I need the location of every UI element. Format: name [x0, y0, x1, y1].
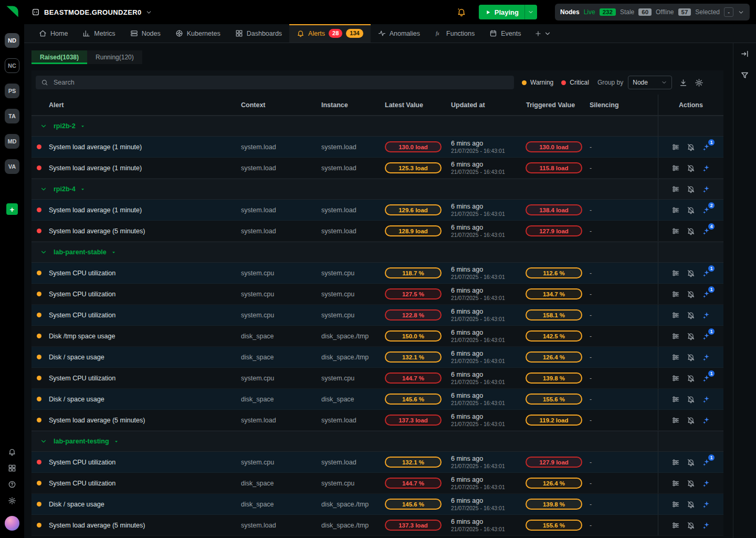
space-button-ps[interactable]: PS [5, 84, 19, 98]
silence-alert-icon[interactable] [687, 143, 695, 151]
ai-insights-icon[interactable]: 1 [702, 143, 710, 151]
space-button-md[interactable]: MD [5, 134, 19, 149]
add-space-button[interactable]: + [6, 203, 18, 215]
chevron-down-icon[interactable] [738, 9, 744, 16]
collapse-group-icon[interactable] [40, 438, 47, 445]
alert-configuration-icon[interactable] [671, 290, 680, 298]
alert-configuration-icon[interactable] [671, 521, 680, 530]
space-button-va[interactable]: VA [5, 159, 19, 174]
table-settings-gear-icon[interactable] [695, 78, 704, 87]
alert-configuration-icon[interactable] [671, 395, 680, 404]
tab-anomalies[interactable]: Anomalies [371, 24, 427, 43]
silence-alert-icon[interactable] [687, 521, 695, 530]
silence-alert-icon[interactable] [687, 227, 695, 235]
alert-row[interactable]: System load average (1 minute)system.loa… [32, 158, 723, 179]
alert-configuration-icon[interactable] [671, 185, 680, 193]
alert-row[interactable]: Disk /tmp space usagedisk_spacedisk_spac… [32, 326, 723, 347]
silence-alert-icon[interactable] [687, 458, 695, 467]
group-header-lab-parent-stable[interactable]: lab-parent-stable [32, 249, 658, 256]
alert-row[interactable]: System load average (5 minutes)system.lo… [32, 410, 723, 431]
filter-funnel-icon[interactable] [740, 71, 749, 80]
collapse-group-icon[interactable] [40, 249, 47, 256]
alert-configuration-icon[interactable] [671, 269, 680, 277]
collapse-panel-icon[interactable] [740, 49, 749, 58]
silence-alert-icon[interactable] [687, 290, 695, 298]
ai-insights-icon[interactable] [702, 521, 710, 530]
silence-alert-icon[interactable] [687, 206, 695, 214]
silence-alert-icon[interactable] [687, 164, 695, 172]
alert-row[interactable]: System load average (5 minutes)system.lo… [32, 515, 723, 536]
selected-nodes-dropdown[interactable]: - [724, 7, 733, 17]
ai-insights-icon[interactable] [702, 353, 710, 361]
alert-row[interactable]: System CPU utilizationsystem.cpusystem.c… [32, 284, 723, 305]
node-menu-caret-icon[interactable] [80, 123, 86, 129]
tab-home[interactable]: Home [32, 24, 75, 43]
alert-configuration-icon[interactable] [671, 164, 680, 172]
alert-row[interactable]: System load average (5 minutes)system.lo… [32, 221, 723, 242]
search-input[interactable] [52, 78, 509, 87]
alert-configuration-icon[interactable] [671, 353, 680, 361]
ai-insights-icon[interactable] [702, 500, 710, 509]
netdata-logo-icon[interactable] [5, 4, 19, 19]
alert-configuration-icon[interactable] [671, 206, 680, 214]
alert-notifications-icon[interactable] [457, 7, 466, 17]
tab-raised[interactable]: Raised(1038) [32, 50, 87, 64]
ai-insights-icon[interactable] [702, 395, 710, 404]
alert-configuration-icon[interactable] [671, 458, 680, 467]
tab-alerts[interactable]: Alerts28134 [289, 24, 371, 43]
alert-configuration-icon[interactable] [671, 416, 680, 425]
alert-configuration-icon[interactable] [671, 227, 680, 235]
ai-insights-icon[interactable] [702, 479, 710, 488]
node-menu-caret-icon[interactable] [113, 439, 119, 444]
silence-alert-icon[interactable] [687, 374, 695, 382]
alert-row[interactable]: System CPU utilizationsystem.cpusystem.l… [32, 452, 723, 473]
space-button-nd[interactable]: ND [5, 33, 19, 48]
alert-row[interactable]: System CPU utilizationsystem.cpusystem.c… [32, 263, 723, 284]
alert-configuration-icon[interactable] [671, 374, 680, 382]
critical-filter-toggle[interactable]: Critical [561, 79, 589, 86]
tab-kubernetes[interactable]: Kubernetes [168, 24, 228, 43]
ai-insights-icon[interactable]: 1 [702, 374, 710, 382]
alert-row[interactable]: Disk / space usagedisk_spacedisk_space14… [32, 389, 723, 410]
tab-nodes[interactable]: Nodes [123, 24, 168, 43]
alert-configuration-icon[interactable] [671, 479, 680, 488]
group-header-lab-parent-testing[interactable]: lab-parent-testing [32, 438, 658, 445]
silence-alert-icon[interactable] [687, 353, 695, 361]
silence-alert-icon[interactable] [687, 269, 695, 277]
ai-insights-icon[interactable]: 1 [702, 269, 710, 277]
collapse-group-icon[interactable] [40, 185, 47, 193]
alert-configuration-icon[interactable] [671, 311, 680, 319]
ai-insights-icon[interactable]: 1 [702, 332, 710, 340]
play-options-chevron[interactable] [524, 5, 537, 19]
silence-alert-icon[interactable] [687, 185, 695, 193]
ai-insights-icon[interactable] [702, 164, 710, 172]
silence-alert-icon[interactable] [687, 479, 695, 488]
col-header-context[interactable]: Context [238, 101, 318, 109]
col-header-updated-at[interactable]: Updated at [446, 101, 522, 109]
tab-metrics[interactable]: Metrics [75, 24, 122, 43]
silence-alert-icon[interactable] [687, 332, 695, 340]
col-header-latest-value[interactable]: Latest Value [382, 101, 446, 109]
alert-row[interactable]: System load average (1 minute)system.loa… [32, 200, 723, 221]
ai-insights-icon[interactable]: 1 [702, 290, 710, 298]
help-icon[interactable] [8, 480, 16, 489]
group-header-rpi2b-2[interactable]: rpi2b-2 [32, 122, 658, 130]
alert-row[interactable]: System CPU utilizationdisk_spacesystem.c… [32, 473, 723, 494]
tab-running[interactable]: Running(120) [87, 50, 142, 64]
col-header-instance[interactable]: Instance [318, 101, 382, 109]
add-tab-button[interactable] [528, 24, 558, 43]
space-switcher[interactable]: BEASTMODE.GROUNDZER0 [44, 8, 152, 16]
alert-row[interactable]: Disk / space usagedisk_spacedisk_space./… [32, 494, 723, 515]
ai-insights-icon[interactable] [702, 185, 710, 193]
col-header-triggered-value[interactable]: Triggered Value [522, 101, 586, 109]
user-avatar[interactable] [5, 516, 19, 531]
space-button-nc[interactable]: NC [5, 58, 19, 73]
alert-configuration-icon[interactable] [671, 332, 680, 340]
col-header-alert[interactable]: Alert [32, 101, 238, 109]
ai-insights-icon[interactable]: 1 [702, 458, 710, 467]
group-header-rpi2b-4[interactable]: rpi2b-4 [32, 185, 658, 193]
alert-configuration-icon[interactable] [671, 143, 680, 151]
node-menu-caret-icon[interactable] [111, 250, 117, 255]
download-icon[interactable] [679, 78, 688, 87]
tab-functions[interactable]: fxFunctions [427, 24, 482, 43]
